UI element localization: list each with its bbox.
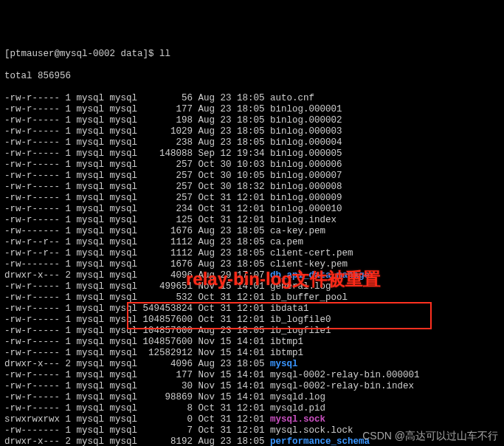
- file-name: mysql-0002-relay-bin.000001: [270, 370, 420, 380]
- file-row: -rw-r----- 1 mysql mysql 499651 Nov 15 1…: [4, 281, 500, 292]
- file-row: -rw-r----- 1 mysql mysql 104857600 Nov 1…: [4, 337, 500, 348]
- file-name: binlog.000005: [270, 148, 342, 159]
- file-name: binlog.000006: [270, 159, 342, 170]
- file-meta: -rw-r----- 1 mysql mysql 177 Nov 15 14:0…: [4, 370, 270, 380]
- file-name: ibdata1: [270, 303, 309, 314]
- file-row: -rw-r----- 1 mysql mysql 104857600 Oct 3…: [4, 315, 500, 326]
- file-row: -rw-r----- 1 mysql mysql 177 Aug 23 18:0…: [4, 104, 500, 115]
- file-name: ibtmp1: [270, 337, 303, 347]
- file-meta: -rw-r----- 1 mysql mysql 56 Aug 23 18:05: [4, 93, 270, 103]
- file-name: db_api_data_manager: [270, 270, 376, 281]
- file-row: -rw-r----- 1 mysql mysql 257 Oct 30 18:3…: [4, 182, 500, 193]
- watermark: CSDN @高达可以过山车不行: [362, 430, 498, 442]
- file-row: -rw-r----- 1 mysql mysql 234 Oct 31 12:0…: [4, 204, 500, 215]
- file-row: -rw-r----- 1 mysql mysql 549453824 Oct 3…: [4, 303, 500, 315]
- file-row: srwxrwxrwx 1 mysql mysql 0 Oct 31 12:01 …: [4, 414, 500, 425]
- file-meta: -rw-r----- 1 mysql mysql 125 Oct 31 12:0…: [4, 215, 270, 225]
- file-name: binlog.000007: [270, 171, 342, 181]
- file-meta: -rw-r--r-- 1 mysql mysql 1112 Aug 23 18:…: [4, 237, 270, 247]
- file-row: -rw------- 1 mysql mysql 1676 Aug 23 18:…: [4, 259, 500, 270]
- file-meta: -rw-r----- 1 mysql mysql 234 Oct 31 12:0…: [4, 204, 270, 214]
- file-name: performance_schema: [270, 436, 370, 446]
- file-meta: -rw-r----- 1 mysql mysql 238 Aug 23 18:0…: [4, 137, 270, 148]
- file-name: binlog.000001: [270, 104, 342, 114]
- file-row: -rw-r----- 1 mysql mysql 98869 Nov 15 14…: [4, 392, 500, 403]
- file-name: general.log: [270, 281, 331, 292]
- file-name: mysql-0002-relay-bin.index: [270, 381, 414, 391]
- file-meta: -rw-r----- 1 mysql mysql 257 Oct 30 18:3…: [4, 182, 270, 192]
- file-name: ib_logfile0: [270, 315, 331, 325]
- file-meta: -rw------- 1 mysql mysql 1676 Aug 23 18:…: [4, 259, 270, 270]
- file-meta: -rw-r----- 1 mysql mysql 98869 Nov 15 14…: [4, 392, 270, 402]
- file-row: -rw-r----- 1 mysql mysql 257 Oct 30 10:0…: [4, 171, 500, 182]
- file-name: ibtmp1: [270, 348, 303, 358]
- file-row: -rw-r----- 1 mysql mysql 177 Nov 15 14:0…: [4, 370, 500, 381]
- file-name: binlog.000004: [270, 137, 342, 148]
- file-row: -rw-r----- 1 mysql mysql 257 Oct 31 12:0…: [4, 193, 500, 204]
- file-row: drwxr-x--- 2 mysql mysql 4096 Aug 29 17:…: [4, 270, 500, 281]
- file-meta: -rw-r----- 1 mysql mysql 104857600 Nov 1…: [4, 337, 270, 347]
- file-meta: -rw-r----- 1 mysql mysql 104857600 Oct 3…: [4, 315, 270, 325]
- command-1: ll: [159, 49, 170, 59]
- file-name: client-key.pem: [270, 259, 348, 270]
- file-name: binlog.000003: [270, 126, 342, 137]
- file-name: client-cert.pem: [270, 248, 353, 258]
- file-meta: -rw-r----- 1 mysql mysql 257 Oct 31 12:0…: [4, 193, 270, 203]
- file-name: mysqld.log: [270, 392, 325, 402]
- file-meta: drwxr-x--- 2 mysql mysql 4096 Aug 29 17:…: [4, 270, 270, 281]
- file-row: -rw-r----- 1 mysql mysql 238 Aug 23 18:0…: [4, 137, 500, 148]
- file-row: -rw-r----- 1 mysql mysql 257 Oct 30 10:0…: [4, 159, 500, 171]
- total-line: total 856956: [4, 71, 500, 82]
- file-name: auto.cnf: [270, 93, 314, 103]
- file-row: -rw-r----- 1 mysql mysql 12582912 Nov 15…: [4, 348, 500, 359]
- file-meta: -rw------- 1 mysql mysql 1676 Aug 23 18:…: [4, 226, 270, 236]
- file-meta: -rw-r----- 1 mysql mysql 549453824 Oct 3…: [4, 303, 270, 314]
- file-row: -rw-r----- 1 mysql mysql 1029 Aug 23 18:…: [4, 126, 500, 137]
- file-row: -rw-r--r-- 1 mysql mysql 1112 Aug 23 18:…: [4, 248, 500, 259]
- file-meta: -rw-r----- 1 mysql mysql 1029 Aug 23 18:…: [4, 126, 270, 137]
- file-meta: -rw-r----- 1 mysql mysql 257 Oct 30 10:0…: [4, 171, 270, 181]
- file-meta: -rw-r----- 1 mysql mysql 198 Aug 23 18:0…: [4, 115, 270, 126]
- file-name: binlog.000009: [270, 193, 342, 203]
- file-name: mysqld.pid: [270, 403, 325, 414]
- file-name: ib_logfile1: [270, 326, 331, 336]
- file-row: drwxr-x--- 2 mysql mysql 4096 Aug 23 18:…: [4, 359, 500, 370]
- file-row: -rw-r----- 1 mysql mysql 532 Oct 31 12:0…: [4, 292, 500, 303]
- file-name: mysql: [270, 359, 298, 369]
- file-listing: -rw-r----- 1 mysql mysql 56 Aug 23 18:05…: [4, 93, 500, 446]
- file-row: -rw-r----- 1 mysql mysql 125 Oct 31 12:0…: [4, 215, 500, 226]
- file-name: binlog.000002: [270, 115, 342, 126]
- file-row: -rw-r--r-- 1 mysql mysql 1112 Aug 23 18:…: [4, 237, 500, 248]
- file-meta: srwxrwxrwx 1 mysql mysql 0 Oct 31 12:01: [4, 414, 270, 425]
- file-meta: -rw-r----- 1 mysql mysql 499651 Nov 15 1…: [4, 281, 270, 292]
- file-name: mysql.sock: [270, 414, 325, 425]
- file-row: -rw-r----- 1 mysql mysql 148088 Sep 12 1…: [4, 148, 500, 159]
- file-row: -rw-r----- 1 mysql mysql 198 Aug 23 18:0…: [4, 115, 500, 126]
- file-row: -rw------- 1 mysql mysql 1676 Aug 23 18:…: [4, 226, 500, 237]
- file-meta: drwxr-x--- 2 mysql mysql 8192 Aug 23 18:…: [4, 436, 270, 446]
- file-name: mysql.sock.lock: [270, 425, 353, 436]
- file-row: -rw-r----- 1 mysql mysql 104857600 Aug 2…: [4, 326, 500, 337]
- file-meta: drwxr-x--- 2 mysql mysql 4096 Aug 23 18:…: [4, 359, 270, 369]
- shell-prompt: [ptmauser@mysql-0002 data]$: [4, 49, 159, 59]
- file-meta: -rw-r----- 1 mysql mysql 30 Nov 15 14:01: [4, 381, 270, 391]
- file-name: binlog.index: [270, 215, 336, 225]
- file-meta: -rw-r----- 1 mysql mysql 104857600 Aug 2…: [4, 326, 270, 336]
- file-meta: -rw-r----- 1 mysql mysql 257 Oct 30 10:0…: [4, 159, 270, 170]
- file-name: ib_buffer_pool: [270, 292, 348, 303]
- file-meta: -rw-r----- 1 mysql mysql 148088 Sep 12 1…: [4, 148, 270, 159]
- file-row: -rw-r----- 1 mysql mysql 30 Nov 15 14:01…: [4, 381, 500, 392]
- file-meta: -rw-r----- 1 mysql mysql 8 Oct 31 12:01: [4, 403, 270, 414]
- file-meta: -rw-r----- 1 mysql mysql 12582912 Nov 15…: [4, 348, 270, 358]
- file-name: ca.pem: [270, 237, 303, 247]
- file-name: ca-key.pem: [270, 226, 325, 236]
- file-meta: -rw-r----- 1 mysql mysql 532 Oct 31 12:0…: [4, 292, 270, 303]
- file-meta: -rw-r----- 1 mysql mysql 177 Aug 23 18:0…: [4, 104, 270, 114]
- file-name: binlog.000010: [270, 204, 342, 214]
- file-row: -rw-r----- 1 mysql mysql 8 Oct 31 12:01 …: [4, 403, 500, 414]
- file-name: binlog.000008: [270, 182, 342, 192]
- file-meta: -rw-r--r-- 1 mysql mysql 1112 Aug 23 18:…: [4, 248, 270, 258]
- file-meta: -rw------- 1 mysql mysql 7 Oct 31 12:01: [4, 425, 270, 436]
- prompt-line-1: [ptmauser@mysql-0002 data]$ ll: [4, 49, 500, 60]
- file-row: -rw-r----- 1 mysql mysql 56 Aug 23 18:05…: [4, 93, 500, 104]
